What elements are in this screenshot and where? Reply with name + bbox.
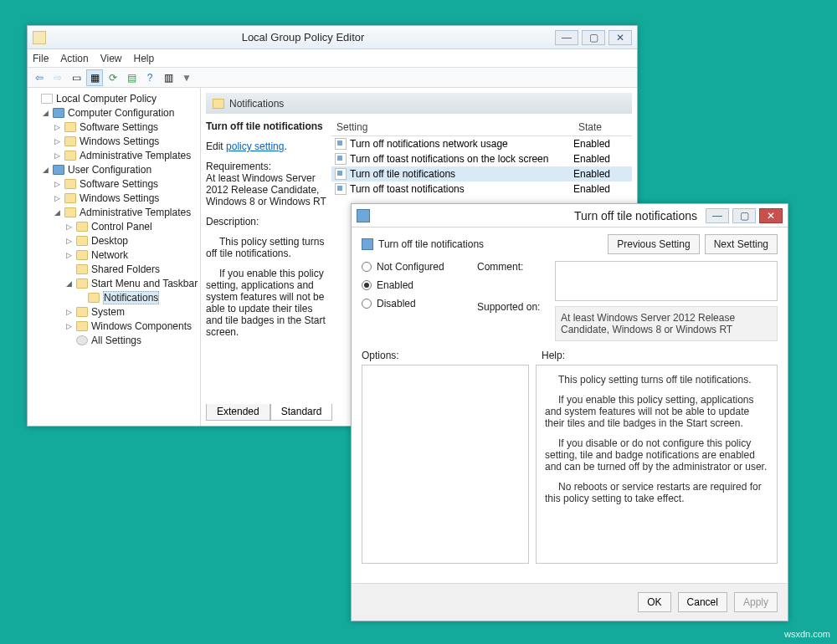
dialog-icon <box>357 209 370 222</box>
refresh-icon[interactable]: ⟳ <box>105 69 121 86</box>
dialog-close-button[interactable]: ✕ <box>759 208 783 223</box>
dialog-minimize-button[interactable]: — <box>706 208 729 223</box>
policy-dialog: Turn off tile notifications — ▢ ✕ Turn o… <box>351 203 788 621</box>
radio-not-configured[interactable]: Not Configured <box>362 261 470 273</box>
app-icon <box>33 31 46 44</box>
folder-icon <box>64 207 76 217</box>
folder-icon <box>76 250 88 260</box>
options-label: Options: <box>362 350 542 361</box>
computer-icon <box>53 108 64 118</box>
menu-bar: File Action View Help <box>28 49 637 68</box>
selected-setting-name: Turn off tile notifications <box>206 120 326 132</box>
forward-icon[interactable]: ⇨ <box>49 69 66 86</box>
help-panel: This policy setting turns off tile notif… <box>536 365 778 564</box>
apply-button[interactable]: Apply <box>734 592 778 612</box>
supported-on-text: At least Windows Server 2012 Release Can… <box>555 306 778 341</box>
dialog-heading: Turn off tile notifications <box>378 238 484 250</box>
folder-icon <box>76 321 88 331</box>
dialog-title: Turn off tile notifications <box>370 209 706 222</box>
help-label: Help: <box>542 350 565 361</box>
folder-icon <box>213 99 224 109</box>
menu-view[interactable]: View <box>100 53 122 64</box>
folder-icon <box>64 179 76 189</box>
radio-disabled[interactable]: Disabled <box>362 298 470 309</box>
column-state[interactable]: State <box>573 119 632 135</box>
column-setting[interactable]: Setting <box>331 119 573 135</box>
menu-help[interactable]: Help <box>134 53 155 64</box>
ok-button[interactable]: OK <box>638 592 670 612</box>
folder-icon <box>76 264 88 274</box>
properties-icon[interactable]: ▥ <box>160 69 177 86</box>
menu-file[interactable]: File <box>33 53 49 64</box>
policy-item-icon <box>335 183 347 195</box>
back-icon[interactable]: ⇦ <box>31 69 48 86</box>
comment-textarea[interactable] <box>555 261 778 301</box>
list-item-selected[interactable]: Turn off tile notificationsEnabled <box>331 166 632 181</box>
folder-icon <box>76 279 88 289</box>
window-title: Local Group Policy Editor <box>51 31 555 43</box>
policy-item-icon <box>335 138 347 150</box>
description-panel: Turn off tile notifications Edit policy … <box>206 119 331 402</box>
supported-label: Supported on: <box>477 301 548 313</box>
main-titlebar[interactable]: Local Group Policy Editor — ▢ ✕ <box>28 26 637 49</box>
tab-standard[interactable]: Standard <box>270 404 333 421</box>
cancel-button[interactable]: Cancel <box>678 592 727 612</box>
options-panel <box>362 365 529 564</box>
folder-icon <box>64 136 76 146</box>
filter-icon[interactable]: ▼ <box>178 69 195 86</box>
help-icon[interactable]: ? <box>141 69 158 86</box>
list-item[interactable]: Turn off toast notificationsEnabled <box>331 181 632 197</box>
user-icon <box>53 165 64 175</box>
next-setting-button[interactable]: Next Setting <box>705 234 778 254</box>
tab-extended[interactable]: Extended <box>206 404 270 421</box>
policy-icon <box>41 94 53 104</box>
watermark: wsxdn.com <box>784 629 830 639</box>
close-button[interactable]: ✕ <box>608 30 632 45</box>
dialog-maximize-button[interactable]: ▢ <box>732 208 756 223</box>
policy-tree[interactable]: Local Computer Policy ◢Computer Configur… <box>28 88 201 426</box>
comment-label: Comment: <box>477 261 548 273</box>
export-icon[interactable]: ▤ <box>123 69 140 86</box>
toolbar: ⇦ ⇨ ▭ ▦ ⟳ ▤ ? ▥ ▼ <box>28 68 637 88</box>
up-icon[interactable]: ▭ <box>68 69 85 86</box>
folder-icon <box>88 293 100 303</box>
settings-icon <box>76 335 88 345</box>
folder-icon <box>64 122 76 132</box>
minimize-button[interactable]: — <box>555 30 578 45</box>
folder-icon <box>64 151 76 161</box>
policy-icon <box>362 238 373 250</box>
policy-item-icon <box>335 153 347 165</box>
folder-icon <box>64 193 76 203</box>
radio-enabled[interactable]: Enabled <box>362 279 470 291</box>
dialog-titlebar[interactable]: Turn off tile notifications — ▢ ✕ <box>352 204 788 227</box>
folder-icon <box>76 307 88 317</box>
pane-heading: Notifications <box>206 93 632 114</box>
previous-setting-button[interactable]: Previous Setting <box>608 234 699 254</box>
policy-item-icon <box>335 168 347 180</box>
folder-icon <box>76 236 88 246</box>
view-icon[interactable]: ▦ <box>86 69 103 86</box>
edit-policy-link[interactable]: policy setting <box>226 141 284 152</box>
tree-node-notifications[interactable]: Notifications <box>103 291 159 304</box>
list-item[interactable]: Turn off toast notifications on the lock… <box>331 151 632 166</box>
maximize-button[interactable]: ▢ <box>582 30 605 45</box>
list-item[interactable]: Turn off notifications network usageEnab… <box>331 136 632 151</box>
menu-action[interactable]: Action <box>60 53 88 64</box>
folder-icon <box>76 222 88 232</box>
